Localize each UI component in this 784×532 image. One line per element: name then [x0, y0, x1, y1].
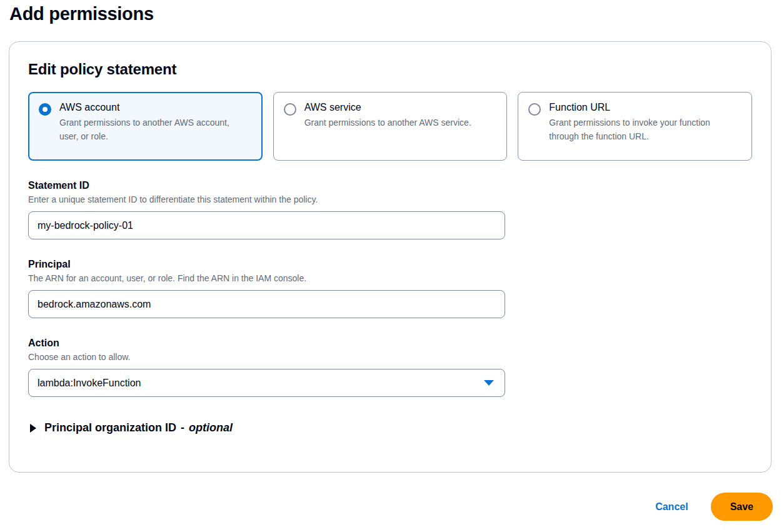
- cancel-button[interactable]: Cancel: [655, 501, 688, 513]
- form-actions: Cancel Save: [655, 493, 773, 521]
- action-label: Action: [28, 338, 505, 349]
- tile-aws-account[interactable]: AWS account Grant permissions to another…: [28, 92, 263, 161]
- statement-id-label: Statement ID: [28, 180, 505, 191]
- principal-field: Principal The ARN for an account, user, …: [28, 259, 505, 318]
- tile-aws-service-label: AWS service: [304, 102, 475, 113]
- statement-id-input[interactable]: [28, 211, 505, 239]
- expander-optional: optional: [189, 421, 233, 434]
- statement-id-description: Enter a unique statement ID to different…: [28, 194, 505, 204]
- principal-input[interactable]: [28, 290, 505, 318]
- action-description: Choose an action to allow.: [28, 352, 505, 362]
- caret-right-icon: [30, 424, 36, 433]
- tile-aws-account-label: AWS account: [59, 102, 252, 113]
- chevron-down-icon: [484, 380, 494, 386]
- principal-label: Principal: [28, 259, 505, 270]
- statement-id-field: Statement ID Enter a unique statement ID…: [28, 180, 505, 239]
- aws-account-radio[interactable]: [39, 103, 51, 116]
- tile-function-url[interactable]: Function URL Grant permissions to invoke…: [518, 92, 752, 161]
- permission-type-tiles: AWS account Grant permissions to another…: [28, 92, 752, 161]
- principal-description: The ARN for an account, user, or role. F…: [28, 273, 505, 283]
- tile-function-url-description: Grant permissions to invoke your functio…: [549, 116, 741, 143]
- action-select-value: lambda:InvokeFunction: [38, 378, 141, 389]
- save-button[interactable]: Save: [711, 493, 773, 521]
- tile-function-url-label: Function URL: [549, 102, 741, 113]
- function-url-radio[interactable]: [528, 103, 541, 116]
- tile-aws-service[interactable]: AWS service Grant permissions to another…: [273, 92, 508, 161]
- page-title: Add permissions: [9, 4, 154, 24]
- expander-label: Principal organization ID: [44, 421, 176, 434]
- action-select[interactable]: lambda:InvokeFunction: [28, 369, 505, 397]
- action-field: Action Choose an action to allow. lambda…: [28, 338, 505, 397]
- tile-aws-account-description: Grant permissions to another AWS account…: [59, 116, 252, 143]
- panel-heading: Edit policy statement: [28, 61, 752, 78]
- tile-aws-service-description: Grant permissions to another AWS service…: [304, 116, 475, 130]
- expander-separator: -: [181, 421, 184, 434]
- principal-org-id-expander[interactable]: Principal organization ID - optional: [28, 421, 752, 434]
- edit-policy-statement-panel: Edit policy statement AWS account Grant …: [9, 41, 771, 473]
- aws-service-radio[interactable]: [284, 103, 296, 116]
